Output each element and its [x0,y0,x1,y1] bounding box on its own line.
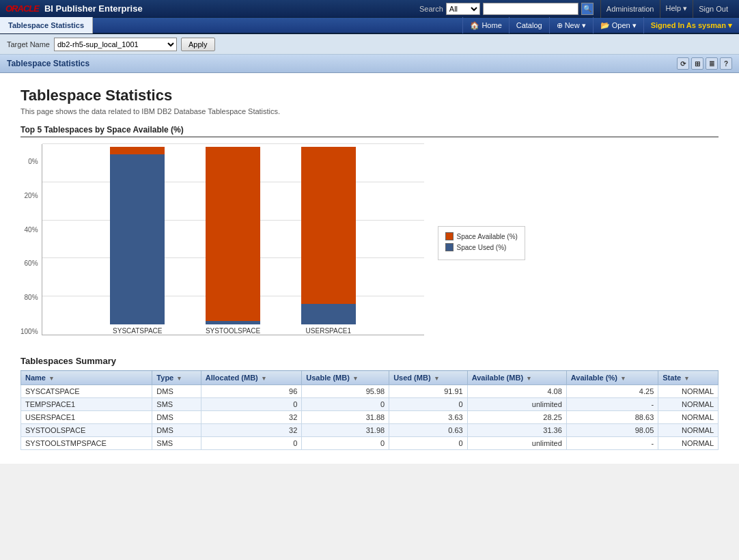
cell-1-7: NORMAL [658,398,719,411]
home-nav[interactable]: 🏠 Home [462,17,508,33]
chart-inner: SYSCATSPACE SYSTOOLSPACE [42,144,424,335]
cell-3-6: 98.05 [566,424,658,437]
bar-label-syscatspace: SYSCATSPACE [113,327,162,335]
content-header-icons: ⟳ ⊞ ≣ ? [677,57,732,70]
sort-icon-state: ▾ [685,375,688,382]
signed-in-label: Signed In As [651,21,698,29]
col-header-usable[interactable]: Usable (MB) ▾ [302,371,389,385]
cell-4-3: 0 [302,437,389,450]
table-section-title: Tablespaces Summary [20,356,719,366]
report-title: Tablespace Statistics [20,87,719,104]
col-header-type[interactable]: Type ▾ [152,371,201,385]
bar-stack-systoolspace [206,147,260,324]
cell-0-7: NORMAL [658,385,719,398]
help-icon[interactable]: ? [720,57,732,70]
target-name-label: Target Name [7,40,50,48]
cell-1-0: TEMPSPACE1 [21,398,152,411]
col-header-avail-pct[interactable]: Available (%) ▾ [566,371,658,385]
cell-4-4: 0 [389,437,468,450]
search-area: Search All 🔍 [419,3,594,15]
content-header: Tablespace Statistics ⟳ ⊞ ≣ ? [0,55,739,73]
col-header-state[interactable]: State ▾ [658,371,719,385]
col-header-allocated[interactable]: Allocated (MB) ▾ [201,371,302,385]
cell-1-1: SMS [152,398,201,411]
legend-swatch-used [445,243,454,251]
y-label-100: 100% [20,328,38,335]
target-name-select[interactable]: db2-rh5-sup_local_1001 [54,38,177,51]
y-label-40: 40% [25,226,38,234]
legend-swatch-available [445,232,454,240]
bar-stack-userspace1 [301,147,356,324]
bar-avail-systoolspace [206,147,260,321]
bar-group-syscatspace: SYSCATSPACE [110,147,165,335]
username: sysman ▾ [698,21,732,30]
cell-1-5: unlimited [467,398,566,411]
signed-in-area: Signed In As sysman ▾ [643,17,739,33]
grid-icon[interactable]: ⊞ [691,57,703,70]
app-title: BI Publisher Enterprise [44,3,419,14]
table-row: USERSPACE1DMS3231.883.6328.2588.63NORMAL [21,411,719,424]
open-nav[interactable]: 📂 Open ▾ [593,17,643,33]
bar-used-syscatspace [110,154,165,324]
chart-container: 100% 80% 60% 40% 20% 0% [20,144,719,335]
table-row: SYSTOOLSPACEDMS3231.980.6331.3698.05NORM… [21,424,719,437]
search-input[interactable] [483,3,578,15]
target-bar: Target Name db2-rh5-sup_local_1001 Apply [0,34,739,55]
bar-wrapper-userspace1 [301,147,356,324]
search-label: Search [419,5,443,13]
legend-label-available: Space Available (%) [457,233,518,240]
bar-group-systoolspace: SYSTOOLSPACE [206,147,260,335]
signout-link[interactable]: Sign Out [693,0,734,18]
cell-3-3: 31.98 [302,424,389,437]
new-nav[interactable]: ⊕ New ▾ [549,17,593,33]
help-link[interactable]: Help ▾ [660,0,693,18]
top-navigation: ORACLE BI Publisher Enterprise Search Al… [0,0,739,18]
refresh-icon[interactable]: ⟳ [677,57,689,70]
table-row: TEMPSPACE1SMS000unlimited-NORMAL [21,398,719,411]
cell-3-0: SYSTOOLSPACE [21,424,152,437]
cell-3-5: 31.36 [467,424,566,437]
page-tab[interactable]: Tablespace Statistics [0,17,93,33]
y-label-20: 20% [25,192,38,199]
cell-4-7: NORMAL [658,437,719,450]
search-button[interactable]: 🔍 [581,3,594,15]
bar-used-userspace1 [301,304,356,324]
admin-link[interactable]: Administration [600,0,660,18]
oracle-logo: ORACLE [5,3,39,14]
cell-0-3: 95.98 [302,385,389,398]
second-nav-right: 🏠 Home Catalog ⊕ New ▾ 📂 Open ▾ Signed I… [462,17,739,33]
cell-4-0: SYSTOOLSTMPSPACE [21,437,152,450]
sort-icon-avail-pct: ▾ [622,375,625,382]
apply-button[interactable]: Apply [181,38,215,51]
col-header-used[interactable]: Used (MB) ▾ [389,371,468,385]
cell-1-3: 0 [302,398,389,411]
data-table: Name ▾ Type ▾ Allocated (MB) ▾ Usable (M… [20,370,719,450]
folder-icon: 📂 [600,21,610,30]
cell-4-1: SMS [152,437,201,450]
cell-3-4: 0.63 [389,424,468,437]
y-label-0: 0% [28,158,38,165]
cell-4-2: 0 [201,437,302,450]
col-header-avail-mb[interactable]: Available (MB) ▾ [467,371,566,385]
bar-label-userspace1: USERSPACE1 [306,327,352,335]
cell-1-6: - [566,398,658,411]
cell-2-5: 28.25 [467,411,566,424]
cell-1-2: 0 [201,398,302,411]
cell-3-1: DMS [152,424,201,437]
sort-icon-name: ▾ [50,375,53,382]
legend-item-available: Space Available (%) [445,232,518,240]
cell-4-6: - [566,437,658,450]
cell-4-5: unlimited [467,437,566,450]
legend-label-used: Space Used (%) [457,244,507,251]
bar-wrapper-systoolspace [206,147,260,324]
search-scope-select[interactable]: All [446,3,480,15]
second-navigation: Tablespace Statistics 🏠 Home Catalog ⊕ N… [0,18,739,34]
search-icon: 🔍 [583,5,591,12]
col-header-name[interactable]: Name ▾ [21,371,152,385]
cell-0-2: 96 [201,385,302,398]
catalog-nav[interactable]: Catalog [509,17,549,33]
bar-group-userspace1: USERSPACE1 [301,147,356,335]
bar-stack-syscatspace [110,147,165,324]
header-row: Name ▾ Type ▾ Allocated (MB) ▾ Usable (M… [21,371,719,385]
list-icon[interactable]: ≣ [706,57,718,70]
